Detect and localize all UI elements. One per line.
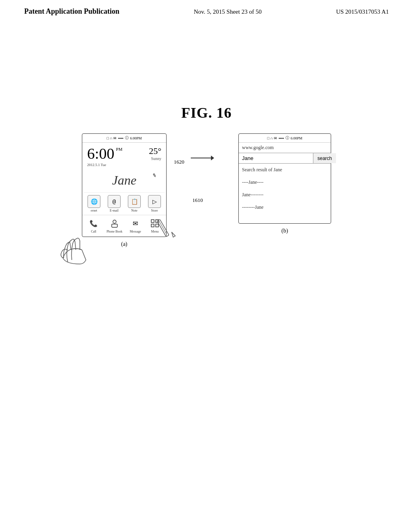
app-item-note[interactable]: 📋 Note <box>128 195 141 212</box>
app-label-note: Note <box>131 209 138 212</box>
page-header: Patent Application Publication Nov. 5, 2… <box>0 0 413 16</box>
signature-area: Jane ✎ <box>84 168 165 193</box>
search-input[interactable] <box>239 153 313 163</box>
signal-icon-b: ▪▪▪▪ <box>279 136 284 140</box>
result-item-1[interactable]: ----Jane---- <box>242 176 327 189</box>
status-bar-a: □ ∩ ✉ ▪▪▪▪ ⓘ 6:00PM <box>82 134 166 143</box>
header-date-sheet: Nov. 5, 2015 Sheet 23 of 50 <box>194 8 261 15</box>
signal-icon-a: ▪▪▪▪ <box>118 136 123 140</box>
arrow-head <box>211 156 214 160</box>
label-message: Message <box>130 230 141 233</box>
search-button[interactable]: search <box>313 153 336 163</box>
app-item-internet[interactable]: 🌐 ernet <box>88 195 100 212</box>
email-icon: @ <box>108 195 121 208</box>
svg-rect-4 <box>151 224 154 227</box>
panel-b-label: (b) <box>238 228 331 234</box>
store-icon: ▷ <box>148 195 161 208</box>
app-item-email[interactable]: @ E-mail <box>108 195 121 212</box>
header-publication-type: Patent Application Publication <box>24 7 119 16</box>
battery-icon-b: ⓘ <box>286 135 289 141</box>
svg-rect-1 <box>112 224 117 227</box>
app-label-email: E-mail <box>110 209 119 212</box>
bottom-spacer <box>239 215 331 223</box>
time-icon-a: 6:00PM <box>130 136 142 140</box>
svg-marker-7 <box>171 231 175 237</box>
status-icon-a: □ ∩ ✉ <box>106 136 116 140</box>
hand-illustration <box>60 226 108 268</box>
app-label-internet: ernet <box>91 209 97 212</box>
time-ampm: PM <box>116 147 123 152</box>
arrow-shaft <box>191 158 211 158</box>
url-text: www.gogle.com <box>242 145 274 150</box>
header-patent-number: US 2015/0317053 A1 <box>336 8 389 15</box>
result-item-3[interactable]: --------Jane <box>242 201 327 214</box>
annotation-1610: 1610 <box>192 196 203 204</box>
svg-rect-2 <box>151 220 154 222</box>
bottom-message[interactable]: ✉ Message <box>129 218 142 233</box>
result-item-2[interactable]: Jane-------- <box>242 189 327 201</box>
phone-screen-a: □ ∩ ✉ ▪▪▪▪ ⓘ 6:00PM 6:00 PM 25° Sunny 20… <box>82 133 167 237</box>
search-row: search <box>239 153 331 164</box>
annotation-1610-text: 1610 <box>192 197 203 203</box>
time-block: 6:00 PM <box>87 146 122 161</box>
status-icon-b: □ ∩ ✉ <box>267 136 277 140</box>
search-result-title: Search result of Jane <box>239 164 331 175</box>
note-icon: 📋 <box>128 195 141 208</box>
battery-icon-a: ⓘ <box>125 135 129 141</box>
main-content: □ ∩ ✉ ▪▪▪▪ ⓘ 6:00PM 6:00 PM 25° Sunny 20… <box>0 133 413 247</box>
url-bar[interactable]: www.gogle.com <box>239 143 331 153</box>
panel-a: □ ∩ ✉ ▪▪▪▪ ⓘ 6:00PM 6:00 PM 25° Sunny 20… <box>82 133 167 247</box>
search-results: ----Jane---- Jane-------- --------Jane <box>239 175 331 215</box>
svg-line-8 <box>159 221 167 234</box>
horizontal-arrow <box>191 156 214 160</box>
phonebook-icon <box>108 218 121 229</box>
label-phonebook: Phone Book <box>106 230 122 233</box>
panel-b: □ ∩ ✉ ▪▪▪▪ ⓘ 6:00PM www.gogle.com search… <box>238 133 331 234</box>
clock-area: 6:00 PM 25° Sunny <box>82 143 166 163</box>
time-icon-b: 6:00PM <box>291 136 302 140</box>
arrow-connector: 1620 <box>191 156 214 160</box>
signature-text: Jane <box>112 173 136 188</box>
pen-illustration <box>156 210 189 239</box>
weather-block: 25° Sunny <box>149 146 161 161</box>
svg-point-0 <box>113 220 116 223</box>
temperature: 25° <box>149 146 161 156</box>
cursor-icon: ✎ <box>152 172 157 179</box>
message-icon: ✉ <box>129 218 142 229</box>
status-bar-b: □ ∩ ✉ ▪▪▪▪ ⓘ 6:00PM <box>239 134 331 143</box>
phone-screen-b: □ ∩ ✉ ▪▪▪▪ ⓘ 6:00PM www.gogle.com search… <box>238 133 331 224</box>
apps-row: 🌐 ernet @ E-mail 📋 Note ▷ Store <box>82 193 166 215</box>
bottom-phonebook[interactable]: Phone Book <box>106 218 122 233</box>
annotation-1620: 1620 <box>174 159 184 165</box>
time-display: 6:00 <box>87 146 115 161</box>
date-label: 2012.5.1 Tue <box>82 163 166 168</box>
weather-label: Sunny <box>149 156 161 161</box>
internet-icon: 🌐 <box>88 195 100 208</box>
figure-title: FIG. 16 <box>0 104 413 121</box>
